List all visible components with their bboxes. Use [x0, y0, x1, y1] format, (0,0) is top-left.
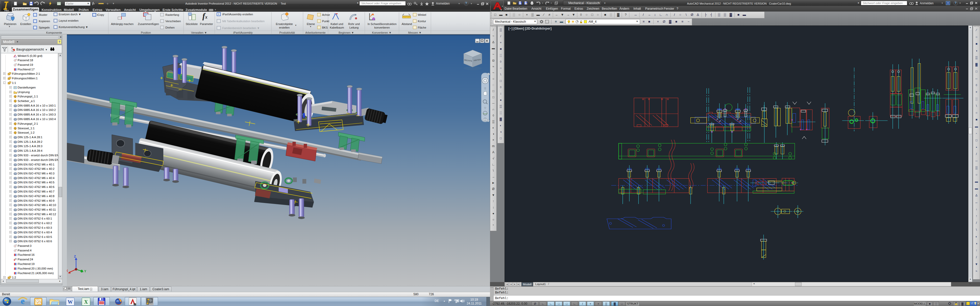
svg-text:X: X	[67, 269, 68, 273]
svg-text:m: m	[134, 304, 135, 305]
svg-text:PRO: PRO	[4, 10, 9, 11]
svg-text:Z: Z	[74, 255, 76, 258]
svg-text:X: X	[84, 299, 88, 305]
svg-text:M: M	[501, 9, 502, 11]
svg-text:PRO: PRO	[149, 303, 152, 305]
svg-text:W: W	[68, 299, 73, 305]
svg-text:Y: Y	[84, 270, 86, 273]
